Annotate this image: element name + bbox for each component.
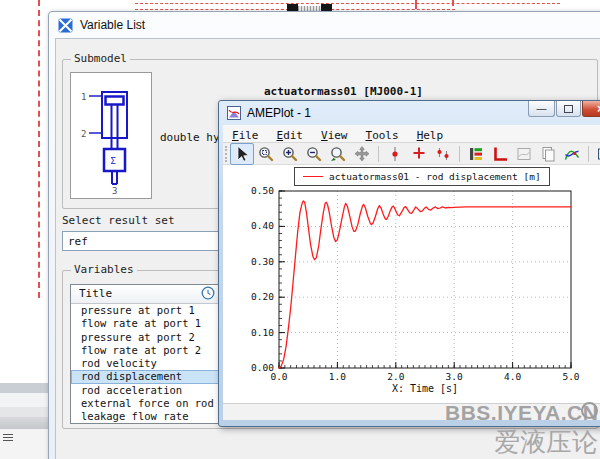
- clock-icon[interactable]: [201, 286, 215, 300]
- menu-view[interactable]: View: [312, 129, 357, 142]
- svg-text:X: Time [s]: X: Time [s]: [392, 383, 458, 394]
- window-title: AMEPlot - 1: [247, 106, 311, 120]
- zoom-out-tool-icon[interactable]: [302, 143, 326, 165]
- menu-file[interactable]: File: [223, 129, 268, 142]
- copy-plot-tool-icon[interactable]: [536, 143, 560, 165]
- pointer-tool-icon[interactable]: [230, 143, 254, 165]
- selection-marquee-vertical: [38, 0, 40, 298]
- minimize-button[interactable]: —: [528, 101, 555, 117]
- ameplot-icon: [227, 106, 241, 120]
- svg-text:0.50: 0.50: [251, 185, 274, 196]
- svg-text:4.0: 4.0: [504, 371, 521, 382]
- svg-text:3.0: 3.0: [446, 371, 463, 382]
- submodel-group-label: Submodel: [71, 52, 130, 65]
- pan-tool-icon[interactable]: [350, 143, 374, 165]
- toolbar-items: [230, 143, 600, 165]
- variables-group-label: Variables: [71, 263, 137, 276]
- ameplot-window: AMEPlot - 1 — × FileEditViewToolsHelp ac…: [218, 100, 600, 427]
- svg-text:2.0: 2.0: [387, 371, 404, 382]
- background-window-strip: [0, 383, 48, 393]
- screen: Variable List Submodel 1 2 Σ: [0, 0, 600, 459]
- submodel-thumbnail: 1 2 Σ 3: [70, 72, 152, 199]
- actuator-schematic: 1 2 Σ 3: [71, 73, 151, 198]
- port-label-1: 1: [81, 92, 86, 102]
- zoom-in-tool-icon[interactable]: [278, 143, 302, 165]
- watermark-text-cn: 爱液压论坛: [494, 425, 600, 459]
- menu-bar: FileEditViewToolsHelp: [223, 125, 600, 143]
- toolbar: [223, 143, 600, 165]
- svg-text:0.20: 0.20: [251, 291, 274, 302]
- svg-text:1.0: 1.0: [329, 371, 346, 382]
- multi-curve-tool-icon[interactable]: [560, 143, 584, 165]
- selection-marquee-line: [415, 0, 417, 9]
- window-title: Variable List: [80, 18, 145, 32]
- port-label-3: 3: [112, 186, 117, 196]
- menu-edit[interactable]: Edit: [268, 129, 313, 142]
- toolbar-separator: [459, 146, 460, 162]
- svg-text:0.00: 0.00: [251, 362, 274, 373]
- watermark-badge-icon: [581, 402, 598, 419]
- menu-items: FileEditViewToolsHelp: [223, 125, 452, 143]
- background-window-strip: [0, 407, 48, 417]
- double-marker-tool-icon[interactable]: [431, 143, 455, 165]
- marker-tool-icon[interactable]: [383, 143, 407, 165]
- background-window-strip: [0, 393, 48, 407]
- submodel-name: actuatormass01 [MJ000-1]: [264, 85, 423, 98]
- maximize-button[interactable]: [556, 101, 581, 117]
- legend-line-sample: [303, 176, 323, 177]
- port-label-2: 2: [81, 129, 86, 139]
- legend-label: actuatormass01 - rod displacement [m]: [329, 171, 541, 182]
- background-window-strip: [0, 417, 48, 429]
- toolbar-separator: [378, 146, 379, 162]
- background-menu-icon: [3, 434, 13, 441]
- zoom-window-tool-icon[interactable]: [254, 143, 278, 165]
- svg-text:0.10: 0.10: [251, 327, 274, 338]
- new-plot-tool-icon[interactable]: [488, 143, 512, 165]
- toolbar-grip: [225, 146, 227, 162]
- menu-tools[interactable]: Tools: [357, 129, 408, 142]
- watermark-text: BBS.IYEYA.CN: [445, 401, 597, 425]
- plot-canvas[interactable]: 0.01.02.03.04.05.00.000.100.200.300.400.…: [223, 165, 600, 403]
- result-set-label: Select result set: [62, 214, 175, 227]
- selection-marquee-line: [135, 3, 560, 4]
- close-button[interactable]: ×: [582, 101, 600, 117]
- zoom-previous-tool-icon[interactable]: [326, 143, 350, 165]
- menu-help[interactable]: Help: [408, 129, 453, 142]
- plot-disabled-tool-icon[interactable]: [512, 143, 536, 165]
- cross-marker-tool-icon[interactable]: [407, 143, 431, 165]
- maximize-icon: [564, 105, 573, 113]
- variable-list-titlebar[interactable]: Variable List: [49, 12, 600, 38]
- plot-area: actuatormass01 - rod displacement [m] 0.…: [223, 165, 600, 403]
- plot-legend[interactable]: actuatormass01 - rod displacement [m]: [294, 167, 550, 186]
- plot-list-tool-icon[interactable]: [464, 143, 488, 165]
- variable-list-icon: [58, 18, 73, 33]
- svg-text:0.40: 0.40: [251, 220, 274, 231]
- svg-text:0.30: 0.30: [251, 256, 274, 267]
- svg-text:5.0: 5.0: [562, 371, 579, 382]
- export-plot-tool-icon[interactable]: [593, 143, 600, 165]
- toolbar-separator: [588, 146, 589, 162]
- mass-symbol: Σ: [111, 156, 116, 166]
- column-header-title: Title: [79, 287, 112, 300]
